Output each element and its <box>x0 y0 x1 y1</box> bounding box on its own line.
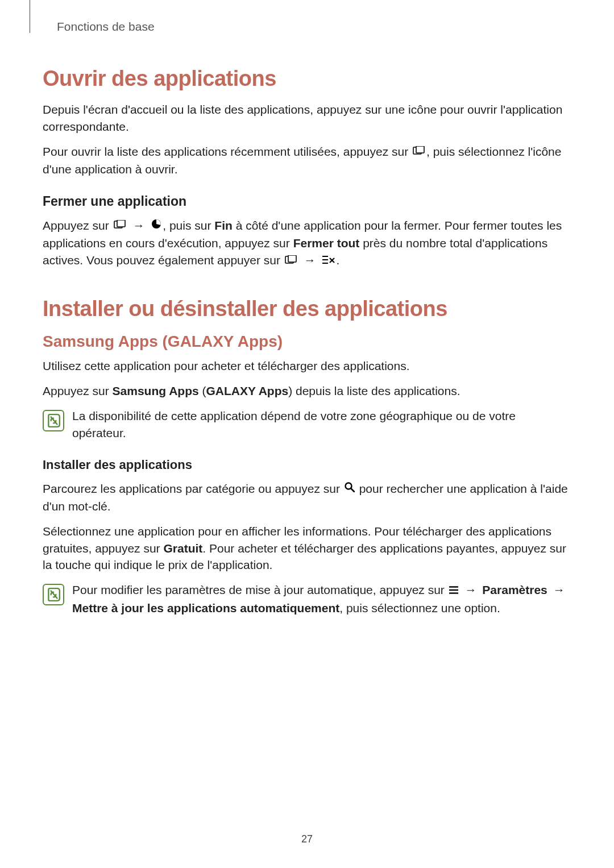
heading-open-apps: Ouvrir des applications <box>43 67 571 91</box>
arrow-icon: → <box>304 252 316 269</box>
svg-rect-1 <box>416 146 424 153</box>
breadcrumb-title: Fonctions de base <box>57 20 571 34</box>
header-divider <box>30 0 30 33</box>
text: , puis sélectionnez une option. <box>339 601 500 614</box>
heading-samsung-apps: Samsung Apps (GALAXY Apps) <box>43 333 571 351</box>
bold-text: Fermer tout <box>293 236 360 250</box>
arrow-icon: → <box>553 582 565 599</box>
recent-apps-icon <box>114 217 126 234</box>
svg-rect-6 <box>288 255 296 262</box>
svg-rect-3 <box>117 220 125 227</box>
recent-apps-icon <box>413 143 425 160</box>
heading-close-app: Fermer une application <box>43 194 571 209</box>
text: , puis sur <box>163 219 214 232</box>
text: ) depuis la liste des applications. <box>288 384 460 397</box>
paragraph: Sélectionnez une application pour en aff… <box>43 523 571 574</box>
text: Pour modifier les paramètres de mise à j… <box>72 583 448 596</box>
content-area: Fonctions de base Ouvrir des application… <box>43 20 571 624</box>
paragraph: Appuyez sur → , puis sur Fin à côté d'un… <box>43 217 571 270</box>
page: Fonctions de base Ouvrir des application… <box>0 0 614 868</box>
text: Parcourez les applications par catégorie… <box>43 482 343 495</box>
note-icon <box>43 410 64 431</box>
paragraph: Utilisez cette application pour acheter … <box>43 358 571 375</box>
note-text: La disponibilité de cette application dé… <box>72 408 571 442</box>
svg-line-13 <box>351 489 354 492</box>
heading-install-apps: Installer des applications <box>43 458 571 472</box>
paragraph: Parcourez les applications par catégorie… <box>43 480 571 515</box>
arrow-icon: → <box>132 217 144 234</box>
bold-text: Samsung Apps <box>113 384 199 397</box>
arrow-icon: → <box>465 582 477 599</box>
search-icon <box>345 480 355 497</box>
note-block: La disponibilité de cette application dé… <box>43 408 571 442</box>
text: Appuyez sur <box>43 384 113 397</box>
note-icon <box>43 584 64 605</box>
bold-text: Paramètres <box>482 583 547 596</box>
paragraph: Pour ouvrir la liste des applications ré… <box>43 143 571 178</box>
note-text: Pour modifier les paramètres de mise à j… <box>72 582 571 616</box>
paragraph: Depuis l'écran d'accueil ou la liste des… <box>43 101 571 135</box>
recent-apps-icon <box>285 252 297 269</box>
heading-install-uninstall: Installer ou désinstaller des applicatio… <box>43 297 571 321</box>
bold-text: Gratuit <box>163 542 202 555</box>
text: Appuyez sur <box>43 219 113 232</box>
page-number: 27 <box>0 833 614 845</box>
text: . <box>336 254 339 267</box>
pie-icon <box>151 217 161 234</box>
paragraph: Appuyez sur Samsung Apps (GALAXY Apps) d… <box>43 383 571 400</box>
text: ( <box>199 384 206 397</box>
bold-text: Mettre à jour les applications automatiq… <box>72 601 339 614</box>
text: Pour ouvrir la liste des applications ré… <box>43 145 412 158</box>
bold-text: Fin <box>214 219 233 232</box>
close-all-icon <box>322 252 335 269</box>
bold-text: GALAXY Apps <box>206 384 288 397</box>
menu-icon <box>449 582 458 599</box>
note-block: Pour modifier les paramètres de mise à j… <box>43 582 571 616</box>
